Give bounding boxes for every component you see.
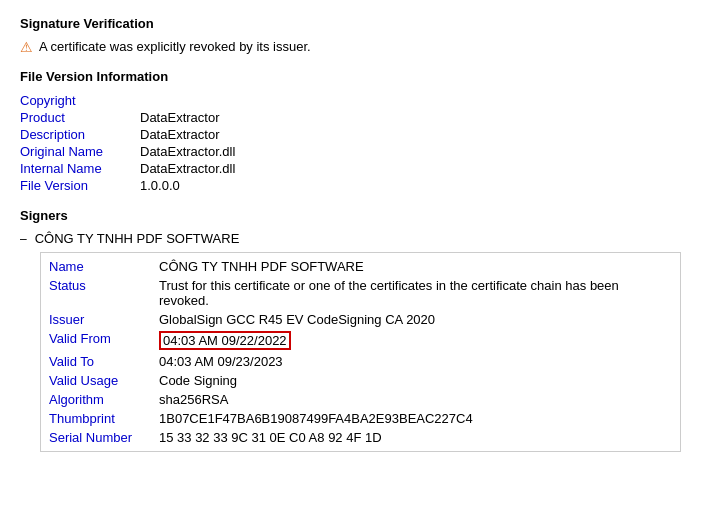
- file-version-value: DataExtractor.dll: [140, 143, 681, 160]
- file-version-label: File Version: [20, 177, 140, 194]
- file-version-label: Internal Name: [20, 160, 140, 177]
- file-version-value: DataExtractor: [140, 126, 681, 143]
- cert-row: Valid To04:03 AM 09/23/2023: [49, 352, 672, 371]
- cert-box: NameCÔNG TY TNHH PDF SOFTWAREStatusTrust…: [40, 252, 681, 452]
- warning-row: ⚠ A certificate was explicitly revoked b…: [20, 39, 681, 55]
- file-version-label: Original Name: [20, 143, 140, 160]
- cert-label: Valid To: [49, 352, 159, 371]
- cert-row: NameCÔNG TY TNHH PDF SOFTWARE: [49, 257, 672, 276]
- file-version-row: DescriptionDataExtractor: [20, 126, 681, 143]
- signer-name-row: – CÔNG TY TNHH PDF SOFTWARE: [20, 231, 681, 246]
- file-version-label: Product: [20, 109, 140, 126]
- cert-row: Valid From04:03 AM 09/22/2022: [49, 329, 672, 352]
- cert-value: 1B07CE1F47BA6B19087499FA4BA2E93BEAC227C4: [159, 409, 672, 428]
- cert-label: Valid From: [49, 329, 159, 352]
- signer-org-name: CÔNG TY TNHH PDF SOFTWARE: [35, 231, 240, 246]
- signature-section: Signature Verification ⚠ A certificate w…: [20, 16, 681, 55]
- file-version-value: DataExtractor.dll: [140, 160, 681, 177]
- cert-value: Code Signing: [159, 371, 672, 390]
- file-version-row: Copyright: [20, 92, 681, 109]
- file-version-label: Description: [20, 126, 140, 143]
- cert-row: Serial Number15 33 32 33 9C 31 0E C0 A8 …: [49, 428, 672, 447]
- cert-label: Status: [49, 276, 159, 310]
- cert-label: Issuer: [49, 310, 159, 329]
- cert-label: Name: [49, 257, 159, 276]
- signers-section: Signers – CÔNG TY TNHH PDF SOFTWARE Name…: [20, 208, 681, 452]
- signer-toggle[interactable]: –: [20, 232, 27, 246]
- cert-value: 04:03 AM 09/23/2023: [159, 352, 672, 371]
- cert-value: 15 33 32 33 9C 31 0E C0 A8 92 4F 1D: [159, 428, 672, 447]
- file-version-section: File Version Information CopyrightProduc…: [20, 69, 681, 194]
- cert-table: NameCÔNG TY TNHH PDF SOFTWAREStatusTrust…: [49, 257, 672, 447]
- warning-icon: ⚠: [20, 39, 33, 55]
- file-version-row: ProductDataExtractor: [20, 109, 681, 126]
- cert-row: Valid UsageCode Signing: [49, 371, 672, 390]
- valid-from-highlight: 04:03 AM 09/22/2022: [159, 331, 291, 350]
- cert-label: Algorithm: [49, 390, 159, 409]
- file-version-value: 1.0.0.0: [140, 177, 681, 194]
- file-version-title: File Version Information: [20, 69, 681, 84]
- file-version-row: Original NameDataExtractor.dll: [20, 143, 681, 160]
- signers-title: Signers: [20, 208, 681, 223]
- cert-value: 04:03 AM 09/22/2022: [159, 329, 672, 352]
- cert-row: IssuerGlobalSign GCC R45 EV CodeSigning …: [49, 310, 672, 329]
- cert-label: Thumbprint: [49, 409, 159, 428]
- warning-text: A certificate was explicitly revoked by …: [39, 39, 311, 54]
- cert-label: Valid Usage: [49, 371, 159, 390]
- cert-row: Algorithmsha256RSA: [49, 390, 672, 409]
- cert-row: Thumbprint1B07CE1F47BA6B19087499FA4BA2E9…: [49, 409, 672, 428]
- file-version-value: [140, 92, 681, 109]
- cert-label: Serial Number: [49, 428, 159, 447]
- file-version-row: Internal NameDataExtractor.dll: [20, 160, 681, 177]
- cert-value: GlobalSign GCC R45 EV CodeSigning CA 202…: [159, 310, 672, 329]
- signature-title: Signature Verification: [20, 16, 681, 31]
- cert-value: sha256RSA: [159, 390, 672, 409]
- cert-row: StatusTrust for this certificate or one …: [49, 276, 672, 310]
- cert-value: Trust for this certificate or one of the…: [159, 276, 672, 310]
- file-version-table: CopyrightProductDataExtractorDescription…: [20, 92, 681, 194]
- file-version-row: File Version1.0.0.0: [20, 177, 681, 194]
- file-version-label: Copyright: [20, 92, 140, 109]
- file-version-value: DataExtractor: [140, 109, 681, 126]
- cert-value: CÔNG TY TNHH PDF SOFTWARE: [159, 257, 672, 276]
